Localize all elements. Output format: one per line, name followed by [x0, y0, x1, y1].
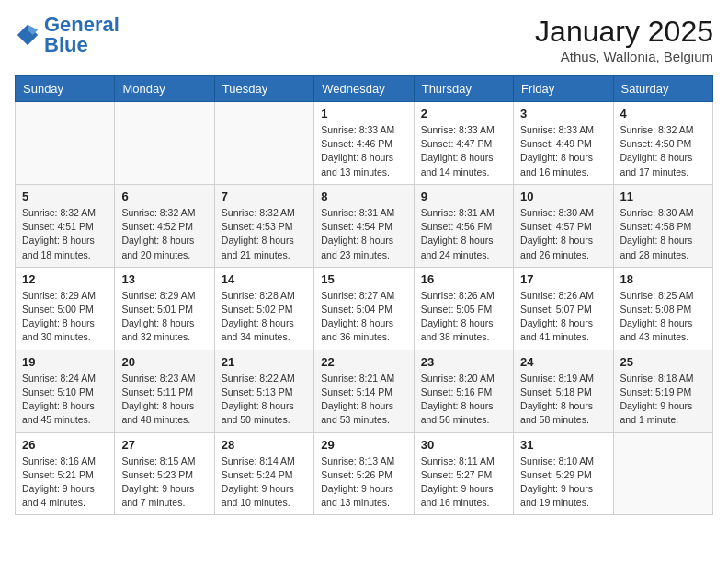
calendar-cell: 19Sunrise: 8:24 AM Sunset: 5:10 PM Dayli…: [16, 350, 115, 432]
calendar-week-row: 5Sunrise: 8:32 AM Sunset: 4:51 PM Daylig…: [16, 184, 713, 267]
calendar-cell: [613, 432, 712, 515]
day-number: 30: [421, 438, 506, 452]
day-info: Sunrise: 8:18 AM Sunset: 5:19 PM Dayligh…: [620, 372, 706, 428]
calendar-cell: 26Sunrise: 8:16 AM Sunset: 5:21 PM Dayli…: [16, 432, 115, 515]
calendar-table: SundayMondayTuesdayWednesdayThursdayFrid…: [15, 75, 713, 515]
day-info: Sunrise: 8:33 AM Sunset: 4:46 PM Dayligh…: [321, 123, 406, 179]
day-number: 24: [520, 355, 606, 369]
day-info: Sunrise: 8:30 AM Sunset: 4:58 PM Dayligh…: [620, 206, 706, 262]
page-header: General Blue January 2025 Athus, Walloni…: [15, 15, 713, 64]
calendar-cell: 3Sunrise: 8:33 AM Sunset: 4:49 PM Daylig…: [514, 102, 613, 185]
weekday-header-friday: Friday: [514, 76, 613, 102]
day-number: 2: [421, 107, 506, 121]
day-info: Sunrise: 8:14 AM Sunset: 5:24 PM Dayligh…: [222, 454, 307, 511]
calendar-cell: 30Sunrise: 8:11 AM Sunset: 5:27 PM Dayli…: [414, 432, 513, 515]
day-number: 17: [520, 272, 606, 286]
calendar-cell: 21Sunrise: 8:22 AM Sunset: 5:13 PM Dayli…: [214, 350, 313, 432]
weekday-header-row: SundayMondayTuesdayWednesdayThursdayFrid…: [16, 76, 713, 102]
day-number: 18: [620, 272, 706, 286]
day-number: 13: [121, 272, 207, 286]
day-info: Sunrise: 8:28 AM Sunset: 5:02 PM Dayligh…: [222, 289, 307, 345]
day-number: 31: [520, 438, 606, 452]
calendar-cell: 29Sunrise: 8:13 AM Sunset: 5:26 PM Dayli…: [314, 432, 414, 515]
logo: General Blue: [15, 15, 119, 55]
day-info: Sunrise: 8:33 AM Sunset: 4:49 PM Dayligh…: [520, 123, 606, 179]
day-info: Sunrise: 8:11 AM Sunset: 5:27 PM Dayligh…: [421, 454, 506, 511]
day-info: Sunrise: 8:22 AM Sunset: 5:13 PM Dayligh…: [222, 372, 307, 428]
calendar-cell: 17Sunrise: 8:26 AM Sunset: 5:07 PM Dayli…: [514, 267, 613, 350]
calendar-cell: 13Sunrise: 8:29 AM Sunset: 5:01 PM Dayli…: [115, 267, 214, 350]
weekday-header-tuesday: Tuesday: [214, 76, 313, 102]
day-number: 5: [22, 190, 108, 203]
day-info: Sunrise: 8:29 AM Sunset: 5:00 PM Dayligh…: [22, 289, 108, 345]
calendar-cell: 10Sunrise: 8:30 AM Sunset: 4:57 PM Dayli…: [514, 184, 613, 267]
day-number: 22: [321, 355, 406, 369]
day-info: Sunrise: 8:13 AM Sunset: 5:26 PM Dayligh…: [321, 454, 406, 511]
day-info: Sunrise: 8:21 AM Sunset: 5:14 PM Dayligh…: [321, 372, 406, 428]
day-info: Sunrise: 8:33 AM Sunset: 4:47 PM Dayligh…: [421, 123, 506, 179]
day-info: Sunrise: 8:31 AM Sunset: 4:56 PM Dayligh…: [421, 206, 506, 262]
day-number: 10: [520, 190, 606, 203]
day-number: 16: [421, 272, 506, 286]
logo-icon: [15, 22, 40, 48]
day-info: Sunrise: 8:29 AM Sunset: 5:01 PM Dayligh…: [121, 289, 207, 345]
calendar-cell: 27Sunrise: 8:15 AM Sunset: 5:23 PM Dayli…: [115, 432, 214, 515]
day-number: 1: [321, 107, 406, 121]
day-info: Sunrise: 8:20 AM Sunset: 5:16 PM Dayligh…: [421, 372, 506, 428]
day-number: 12: [22, 272, 108, 286]
calendar-cell: 16Sunrise: 8:26 AM Sunset: 5:05 PM Dayli…: [414, 267, 513, 350]
day-number: 26: [22, 438, 108, 452]
weekday-header-sunday: Sunday: [16, 76, 115, 102]
calendar-cell: 7Sunrise: 8:32 AM Sunset: 4:53 PM Daylig…: [214, 184, 313, 267]
weekday-header-saturday: Saturday: [613, 76, 712, 102]
day-info: Sunrise: 8:26 AM Sunset: 5:05 PM Dayligh…: [421, 289, 506, 345]
day-number: 29: [321, 438, 406, 452]
day-info: Sunrise: 8:31 AM Sunset: 4:54 PM Dayligh…: [321, 206, 406, 262]
calendar-cell: [16, 102, 115, 185]
day-info: Sunrise: 8:26 AM Sunset: 5:07 PM Dayligh…: [520, 289, 606, 345]
logo-text: General Blue: [44, 15, 119, 55]
day-info: Sunrise: 8:30 AM Sunset: 4:57 PM Dayligh…: [520, 206, 606, 262]
calendar-cell: 25Sunrise: 8:18 AM Sunset: 5:19 PM Dayli…: [613, 350, 712, 432]
calendar-cell: 22Sunrise: 8:21 AM Sunset: 5:14 PM Dayli…: [314, 350, 414, 432]
location: Athus, Wallonia, Belgium: [535, 49, 713, 64]
calendar-week-row: 26Sunrise: 8:16 AM Sunset: 5:21 PM Dayli…: [16, 432, 713, 515]
weekday-header-wednesday: Wednesday: [314, 76, 414, 102]
day-number: 8: [321, 190, 406, 203]
calendar-cell: 31Sunrise: 8:10 AM Sunset: 5:29 PM Dayli…: [514, 432, 613, 515]
day-info: Sunrise: 8:24 AM Sunset: 5:10 PM Dayligh…: [22, 372, 108, 428]
day-number: 9: [421, 190, 506, 203]
day-info: Sunrise: 8:32 AM Sunset: 4:51 PM Dayligh…: [22, 206, 108, 262]
day-info: Sunrise: 8:32 AM Sunset: 4:53 PM Dayligh…: [222, 206, 307, 262]
day-number: 28: [222, 438, 307, 452]
calendar-week-row: 19Sunrise: 8:24 AM Sunset: 5:10 PM Dayli…: [16, 350, 713, 432]
calendar-week-row: 12Sunrise: 8:29 AM Sunset: 5:00 PM Dayli…: [16, 267, 713, 350]
calendar-cell: 18Sunrise: 8:25 AM Sunset: 5:08 PM Dayli…: [613, 267, 712, 350]
calendar-cell: 2Sunrise: 8:33 AM Sunset: 4:47 PM Daylig…: [414, 102, 513, 185]
day-info: Sunrise: 8:10 AM Sunset: 5:29 PM Dayligh…: [520, 454, 606, 511]
month-title: January 2025: [535, 15, 713, 49]
day-number: 6: [121, 190, 207, 203]
day-number: 23: [421, 355, 506, 369]
day-info: Sunrise: 8:32 AM Sunset: 4:50 PM Dayligh…: [620, 123, 706, 179]
day-info: Sunrise: 8:23 AM Sunset: 5:11 PM Dayligh…: [121, 372, 207, 428]
calendar-cell: 5Sunrise: 8:32 AM Sunset: 4:51 PM Daylig…: [16, 184, 115, 267]
day-info: Sunrise: 8:19 AM Sunset: 5:18 PM Dayligh…: [520, 372, 606, 428]
calendar-cell: 15Sunrise: 8:27 AM Sunset: 5:04 PM Dayli…: [314, 267, 414, 350]
day-info: Sunrise: 8:16 AM Sunset: 5:21 PM Dayligh…: [22, 454, 108, 511]
day-number: 11: [620, 190, 706, 203]
day-number: 19: [22, 355, 108, 369]
calendar-cell: 12Sunrise: 8:29 AM Sunset: 5:00 PM Dayli…: [16, 267, 115, 350]
calendar-week-row: 1Sunrise: 8:33 AM Sunset: 4:46 PM Daylig…: [16, 102, 713, 185]
calendar-cell: 20Sunrise: 8:23 AM Sunset: 5:11 PM Dayli…: [115, 350, 214, 432]
weekday-header-monday: Monday: [115, 76, 214, 102]
calendar-cell: 8Sunrise: 8:31 AM Sunset: 4:54 PM Daylig…: [314, 184, 414, 267]
calendar-cell: 4Sunrise: 8:32 AM Sunset: 4:50 PM Daylig…: [613, 102, 712, 185]
day-info: Sunrise: 8:25 AM Sunset: 5:08 PM Dayligh…: [620, 289, 706, 345]
title-block: January 2025 Athus, Wallonia, Belgium: [535, 15, 713, 64]
calendar-cell: 23Sunrise: 8:20 AM Sunset: 5:16 PM Dayli…: [414, 350, 513, 432]
calendar-cell: 9Sunrise: 8:31 AM Sunset: 4:56 PM Daylig…: [414, 184, 513, 267]
day-number: 21: [222, 355, 307, 369]
day-info: Sunrise: 8:27 AM Sunset: 5:04 PM Dayligh…: [321, 289, 406, 345]
day-number: 4: [620, 107, 706, 121]
